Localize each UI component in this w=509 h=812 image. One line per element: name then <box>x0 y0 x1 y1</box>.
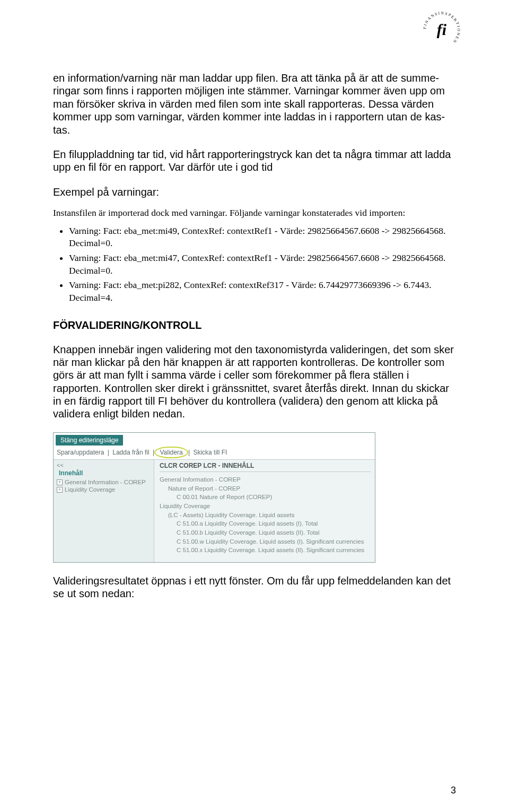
content-line[interactable]: C 51.00.w Liquidity Coverage. Liquid ass… <box>160 537 371 546</box>
warnings-list: Varning: Fact: eba_met:mi49, ContexRef: … <box>69 225 456 304</box>
content-line[interactable]: C 51.00.b Liquidity Coverage. Liquid ass… <box>160 528 371 537</box>
logo-svg: FINANSINSPEKTIONEN fi <box>421 10 462 51</box>
content-line[interactable]: C 51.00.x Liquidity Coverage. Liquid ass… <box>160 546 371 555</box>
closing-paragraph: Valideringsresultatet öppnas i ett nytt … <box>53 574 456 600</box>
ui-topbar: Stäng editeringsläge <box>54 433 375 447</box>
right-panel-title: CLCR COREP LCR - INNEHÅLL <box>160 462 371 472</box>
left-header: Innehåll <box>59 469 151 477</box>
ui-left-panel: << Innehåll +General Information - COREP… <box>54 460 154 562</box>
content-line[interactable]: C 51.00.a Liquidity Coverage. Liquid ass… <box>160 519 371 528</box>
warning-item: Varning: Fact: eba_met:pi282, ContexRef:… <box>69 279 456 304</box>
ui-body: << Innehåll +General Information - COREP… <box>54 459 375 562</box>
ui-menu: Spara/uppdatera | Ladda från fil | Valid… <box>54 447 375 459</box>
expand-icon[interactable]: + <box>57 479 63 485</box>
tree-node[interactable]: +General Information - COREP <box>57 479 151 485</box>
svg-text:fi: fi <box>437 21 447 38</box>
menu-separator: | <box>188 449 190 456</box>
document-body: en information/varning när man laddar up… <box>53 72 456 198</box>
menu-send[interactable]: Skicka till FI <box>193 449 227 456</box>
section-heading-forvalidering: FÖRVALIDERING/KONTROLL <box>53 319 456 331</box>
expand-icon[interactable]: + <box>57 487 63 493</box>
validation-ui-screenshot: Stäng editeringsläge Spara/uppdatera | L… <box>53 432 375 563</box>
close-edit-mode-button[interactable]: Stäng editeringsläge <box>56 435 123 446</box>
menu-validate[interactable]: Validera <box>157 449 185 456</box>
paragraph-2: En filuppladdning tar tid, vid hårt rapp… <box>53 148 456 174</box>
ui-right-panel: CLCR COREP LCR - INNEHÅLL General Inform… <box>154 460 375 562</box>
agency-logo: FINANSINSPEKTIONEN fi <box>421 10 462 51</box>
warnings-intro: Instansfilen är importerad dock med varn… <box>53 207 456 220</box>
menu-load[interactable]: Ladda från fil <box>112 449 149 456</box>
page-number: 3 <box>451 785 456 796</box>
content-line[interactable]: Liquidity Coverage <box>160 502 371 511</box>
menu-save[interactable]: Spara/uppdatera <box>57 449 104 456</box>
warning-item: Varning: Fact: eba_met:mi47, ContexRef: … <box>69 252 456 277</box>
menu-separator: | <box>108 449 109 456</box>
section-paragraph: Knappen innebär ingen validering mot den… <box>53 343 456 421</box>
paragraph-1: en information/varning när man laddar up… <box>53 72 456 136</box>
content-line[interactable]: Nature of Report - COREP <box>160 484 371 493</box>
warning-item: Varning: Fact: eba_met:mi49, ContexRef: … <box>69 225 456 250</box>
tree-node[interactable]: +Liquidity Coverage <box>57 486 151 493</box>
content-line[interactable]: General Information - COREP <box>160 475 371 484</box>
warnings-example: Instansfilen är importerad dock med varn… <box>53 207 456 304</box>
back-arrows[interactable]: << <box>57 462 151 468</box>
paragraph-3: Exempel på varningar: <box>53 186 456 198</box>
menu-separator: | <box>153 449 154 456</box>
content-line[interactable]: C 00.01 Nature of Report (COREP) <box>160 493 371 502</box>
content-line[interactable]: (LC - Assets) Liquidity Coverage. Liquid… <box>160 511 371 520</box>
